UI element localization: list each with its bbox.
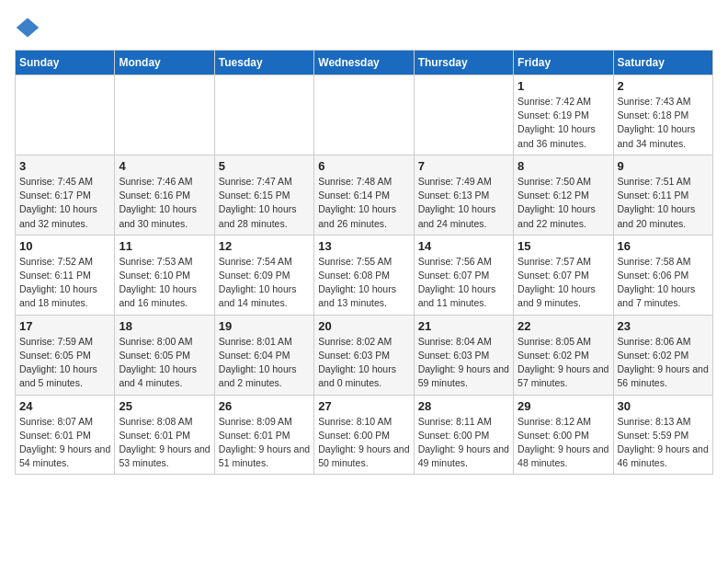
day-cell: [115, 75, 214, 155]
day-info: Sunrise: 8:00 AM Sunset: 6:05 PM Dayligh…: [119, 335, 210, 391]
header-saturday: Saturday: [613, 51, 712, 75]
day-info: Sunrise: 7:56 AM Sunset: 6:07 PM Dayligh…: [418, 255, 509, 311]
day-info: Sunrise: 8:01 AM Sunset: 6:04 PM Dayligh…: [219, 335, 310, 391]
day-cell: [314, 75, 414, 155]
day-cell: 20Sunrise: 8:02 AM Sunset: 6:03 PM Dayli…: [314, 315, 414, 395]
day-cell: 19Sunrise: 8:01 AM Sunset: 6:04 PM Dayli…: [214, 315, 313, 395]
day-info: Sunrise: 8:02 AM Sunset: 6:03 PM Dayligh…: [318, 335, 409, 391]
day-number: 15: [518, 239, 609, 253]
day-number: 28: [418, 399, 509, 413]
day-cell: 25Sunrise: 8:08 AM Sunset: 6:01 PM Dayli…: [115, 395, 214, 475]
day-info: Sunrise: 7:55 AM Sunset: 6:08 PM Dayligh…: [318, 255, 409, 311]
day-number: 30: [618, 399, 709, 413]
day-info: Sunrise: 8:06 AM Sunset: 6:02 PM Dayligh…: [618, 335, 709, 391]
day-number: 23: [618, 319, 709, 333]
week-row-2: 3Sunrise: 7:45 AM Sunset: 6:17 PM Daylig…: [16, 155, 713, 235]
day-cell: 18Sunrise: 8:00 AM Sunset: 6:05 PM Dayli…: [115, 315, 214, 395]
day-cell: 9Sunrise: 7:51 AM Sunset: 6:11 PM Daylig…: [613, 155, 712, 235]
day-cell: 29Sunrise: 8:12 AM Sunset: 6:00 PM Dayli…: [514, 395, 613, 475]
week-row-4: 17Sunrise: 7:59 AM Sunset: 6:05 PM Dayli…: [16, 315, 713, 395]
day-number: 20: [318, 319, 409, 333]
day-number: 29: [518, 399, 609, 413]
day-cell: 28Sunrise: 8:11 AM Sunset: 6:00 PM Dayli…: [414, 395, 513, 475]
day-info: Sunrise: 8:04 AM Sunset: 6:03 PM Dayligh…: [418, 335, 509, 391]
header-tuesday: Tuesday: [214, 51, 313, 75]
day-cell: [16, 75, 115, 155]
week-row-3: 10Sunrise: 7:52 AM Sunset: 6:11 PM Dayli…: [16, 235, 713, 315]
week-row-5: 24Sunrise: 8:07 AM Sunset: 6:01 PM Dayli…: [16, 395, 713, 475]
day-info: Sunrise: 8:05 AM Sunset: 6:02 PM Dayligh…: [518, 335, 609, 391]
day-cell: 1Sunrise: 7:42 AM Sunset: 6:19 PM Daylig…: [514, 75, 613, 155]
day-info: Sunrise: 8:08 AM Sunset: 6:01 PM Dayligh…: [119, 415, 210, 471]
day-cell: 27Sunrise: 8:10 AM Sunset: 6:00 PM Dayli…: [314, 395, 414, 475]
week-row-1: 1Sunrise: 7:42 AM Sunset: 6:19 PM Daylig…: [16, 75, 713, 155]
day-cell: 7Sunrise: 7:49 AM Sunset: 6:13 PM Daylig…: [414, 155, 513, 235]
day-number: 27: [318, 399, 409, 413]
day-number: 11: [119, 239, 210, 253]
day-cell: 17Sunrise: 7:59 AM Sunset: 6:05 PM Dayli…: [16, 315, 115, 395]
day-cell: 3Sunrise: 7:45 AM Sunset: 6:17 PM Daylig…: [16, 155, 115, 235]
day-info: Sunrise: 8:07 AM Sunset: 6:01 PM Dayligh…: [19, 415, 110, 471]
day-number: 18: [119, 319, 210, 333]
day-cell: 15Sunrise: 7:57 AM Sunset: 6:07 PM Dayli…: [514, 235, 613, 315]
day-info: Sunrise: 7:49 AM Sunset: 6:13 PM Dayligh…: [418, 175, 509, 231]
day-info: Sunrise: 8:10 AM Sunset: 6:00 PM Dayligh…: [318, 415, 409, 471]
day-number: 2: [618, 79, 709, 93]
header-thursday: Thursday: [414, 51, 513, 75]
calendar-table: SundayMondayTuesdayWednesdayThursdayFrid…: [15, 50, 713, 475]
svg-marker-0: [17, 18, 40, 38]
day-cell: 11Sunrise: 7:53 AM Sunset: 6:10 PM Dayli…: [115, 235, 214, 315]
day-cell: 23Sunrise: 8:06 AM Sunset: 6:02 PM Dayli…: [613, 315, 712, 395]
day-number: 19: [219, 319, 310, 333]
day-cell: 26Sunrise: 8:09 AM Sunset: 6:01 PM Dayli…: [214, 395, 313, 475]
header-friday: Friday: [514, 51, 613, 75]
day-info: Sunrise: 7:54 AM Sunset: 6:09 PM Dayligh…: [219, 255, 310, 311]
day-cell: 4Sunrise: 7:46 AM Sunset: 6:16 PM Daylig…: [115, 155, 214, 235]
day-info: Sunrise: 8:12 AM Sunset: 6:00 PM Dayligh…: [518, 415, 609, 471]
day-number: 10: [19, 239, 110, 253]
day-info: Sunrise: 7:53 AM Sunset: 6:10 PM Dayligh…: [119, 255, 210, 311]
day-number: 8: [518, 159, 609, 173]
day-number: 26: [219, 399, 310, 413]
day-number: 5: [219, 159, 310, 173]
day-info: Sunrise: 7:51 AM Sunset: 6:11 PM Dayligh…: [618, 175, 709, 231]
day-cell: 24Sunrise: 8:07 AM Sunset: 6:01 PM Dayli…: [16, 395, 115, 475]
day-info: Sunrise: 7:48 AM Sunset: 6:14 PM Dayligh…: [318, 175, 409, 231]
day-number: 3: [19, 159, 110, 173]
day-info: Sunrise: 7:46 AM Sunset: 6:16 PM Dayligh…: [119, 175, 210, 231]
day-number: 17: [19, 319, 110, 333]
day-info: Sunrise: 7:45 AM Sunset: 6:17 PM Dayligh…: [19, 175, 110, 231]
day-info: Sunrise: 8:09 AM Sunset: 6:01 PM Dayligh…: [219, 415, 310, 471]
day-cell: 8Sunrise: 7:50 AM Sunset: 6:12 PM Daylig…: [514, 155, 613, 235]
day-number: 14: [418, 239, 509, 253]
day-info: Sunrise: 8:13 AM Sunset: 5:59 PM Dayligh…: [618, 415, 709, 471]
day-number: 21: [418, 319, 509, 333]
page-header: [15, 15, 713, 40]
day-info: Sunrise: 7:50 AM Sunset: 6:12 PM Dayligh…: [518, 175, 609, 231]
day-cell: 2Sunrise: 7:43 AM Sunset: 6:18 PM Daylig…: [613, 75, 712, 155]
day-info: Sunrise: 7:47 AM Sunset: 6:15 PM Dayligh…: [219, 175, 310, 231]
day-number: 12: [219, 239, 310, 253]
day-number: 25: [119, 399, 210, 413]
day-info: Sunrise: 7:42 AM Sunset: 6:19 PM Dayligh…: [518, 95, 609, 151]
day-number: 16: [618, 239, 709, 253]
day-cell: 22Sunrise: 8:05 AM Sunset: 6:02 PM Dayli…: [514, 315, 613, 395]
header-row: SundayMondayTuesdayWednesdayThursdayFrid…: [16, 51, 713, 75]
day-number: 6: [318, 159, 409, 173]
logo-icon: [15, 15, 40, 40]
header-wednesday: Wednesday: [314, 51, 414, 75]
header-sunday: Sunday: [16, 51, 115, 75]
day-info: Sunrise: 7:43 AM Sunset: 6:18 PM Dayligh…: [618, 95, 709, 151]
day-number: 4: [119, 159, 210, 173]
day-cell: 30Sunrise: 8:13 AM Sunset: 5:59 PM Dayli…: [613, 395, 712, 475]
logo: [15, 15, 44, 40]
day-info: Sunrise: 7:58 AM Sunset: 6:06 PM Dayligh…: [618, 255, 709, 311]
day-cell: 6Sunrise: 7:48 AM Sunset: 6:14 PM Daylig…: [314, 155, 414, 235]
day-number: 9: [618, 159, 709, 173]
day-info: Sunrise: 7:57 AM Sunset: 6:07 PM Dayligh…: [518, 255, 609, 311]
day-cell: 16Sunrise: 7:58 AM Sunset: 6:06 PM Dayli…: [613, 235, 712, 315]
day-cell: [414, 75, 513, 155]
day-cell: 13Sunrise: 7:55 AM Sunset: 6:08 PM Dayli…: [314, 235, 414, 315]
day-cell: 14Sunrise: 7:56 AM Sunset: 6:07 PM Dayli…: [414, 235, 513, 315]
day-info: Sunrise: 8:11 AM Sunset: 6:00 PM Dayligh…: [418, 415, 509, 471]
